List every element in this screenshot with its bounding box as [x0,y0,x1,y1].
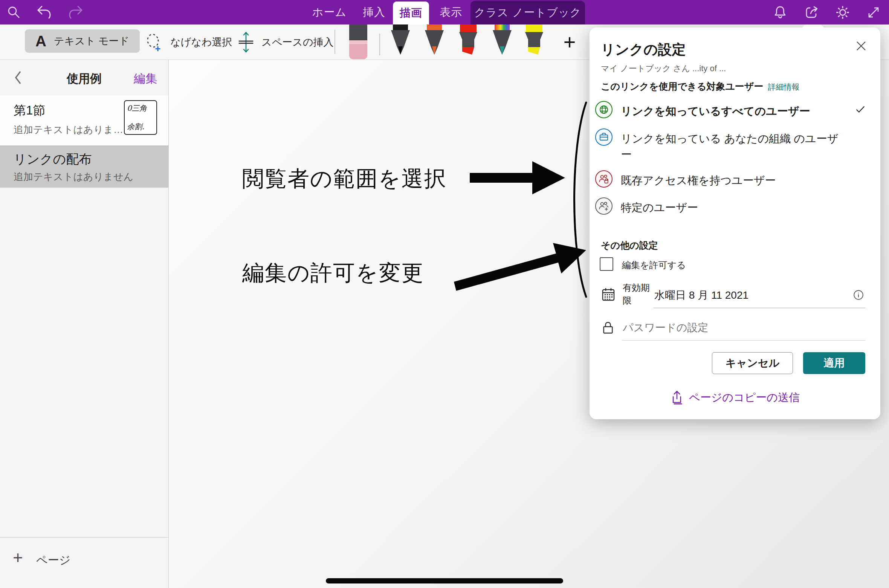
option-label: リンクを知っているすべてのユーザー [621,101,810,119]
page-subtitle: 追加テキストはありま… [14,123,123,136]
insert-space-icon [237,31,255,53]
info-icon[interactable] [852,289,865,301]
page-item-link-distribution[interactable]: リンクの配布 追加テキストはありません [0,145,168,188]
redo-icon[interactable] [67,4,84,21]
notifications-icon[interactable] [771,4,789,21]
other-settings-label: その他の設定 [601,239,658,252]
audience-label-text: このリンクを使用できる対象ユーザー [601,81,763,92]
page-thumbnail: 0三角 余割. [124,100,157,135]
page-title: リンクの配布 [14,151,92,168]
add-page-button[interactable]: + ページ [0,537,168,588]
toolbar-divider [335,30,335,54]
lock-icon [601,320,615,336]
people-add-icon [595,197,613,215]
edit-link[interactable]: 編集 [134,71,157,87]
black-pen-tool[interactable] [388,24,413,59]
allow-editing-checkbox[interactable] [600,257,613,271]
tab-home[interactable]: ホーム [310,0,349,24]
cancel-button[interactable]: キャンセル [712,352,793,374]
expiry-underline [654,308,865,308]
lasso-icon [143,31,164,53]
share-icon[interactable] [803,4,820,21]
thumb-text: 余割. [127,122,144,132]
page-title: 第1節 [14,102,45,119]
calendar-icon [600,286,617,303]
apply-button[interactable]: 適用 [803,352,865,374]
annotation-change-edit-permission: 編集の許可を変更 [242,258,424,288]
password-underline [622,340,865,341]
home-indicator[interactable] [326,578,563,583]
globe-icon [595,101,613,118]
page-list-sidebar: 使用例 編集 第1節 追加テキストはありま… 0三角 余割. リンクの配布 追加… [0,60,169,588]
audience-label: このリンクを使用できる対象ユーザー詳細情報 [601,80,799,93]
text-mode-label: テキスト モード [54,34,129,48]
galaxy-pen-tool[interactable] [490,24,515,59]
tab-insert[interactable]: 挿入 [357,0,391,24]
yellow-highlighter-tool[interactable] [522,24,547,59]
insert-space-label: スペースの挿入 [261,35,334,49]
top-app-bar: ホーム 挿入 描画 表示 クラス ノートブック [0,0,889,24]
add-pen-button[interactable]: + [558,27,581,56]
tab-view[interactable]: 表示 [434,0,468,24]
text-mode-letter: A [35,33,46,50]
add-page-label: ページ [36,553,70,568]
thumb-text: 0三角 [127,103,154,113]
option-people-with-access[interactable]: 既存アクセス権を持つユーザー [595,170,870,188]
text-mode-button[interactable]: A テキスト モード [25,29,140,53]
plus-icon: + [13,547,23,568]
option-people-in-org[interactable]: リンクを知っている あなたの組織 のユーザー [595,128,870,162]
option-label: リンクを知っている あなたの組織 のユーザー [621,128,839,162]
page-subtitle: 追加テキストはありません [14,170,133,183]
expiry-label: 有効期限 [623,281,658,307]
dialog-title: リンクの設定 [601,40,686,59]
page-item-section1[interactable]: 第1節 追加テキストはありま… 0三角 余割. [0,95,168,145]
notebook-breadcrumb: マイ ノートブック さん ...ity of ... [601,63,726,74]
people-lock-icon [595,170,613,188]
undo-icon[interactable] [35,4,53,21]
link-settings-dialog: リンクの設定 マイ ノートブック さん ...ity of ... このリンクを… [590,27,880,419]
close-icon[interactable] [855,40,869,54]
orange-pen-tool[interactable] [422,24,447,59]
send-page-copy-link[interactable]: ページのコピーの送信 [590,390,880,406]
search-icon[interactable] [5,4,23,21]
send-copy-icon [670,390,684,406]
annotation-select-viewer-range: 閲覧者の範囲を選択 [242,164,447,194]
details-link[interactable]: 詳細情報 [768,82,799,91]
toolbar-divider [379,34,380,55]
red-highlighter-tool[interactable] [456,24,481,59]
send-copy-label: ページのコピーの送信 [689,390,800,405]
insert-space-button[interactable]: スペースの挿入 [237,24,334,60]
option-specific-people[interactable]: 特定のユーザー [595,197,870,215]
checkmark-icon [855,101,866,115]
password-input[interactable] [622,321,834,334]
expiry-date-field[interactable]: 水曜日 8 月 11 2021 [654,288,748,302]
tab-draw[interactable]: 描画 [393,2,429,24]
option-label: 既存アクセス権を持つユーザー [621,170,776,188]
allow-editing-label: 編集を許可する [622,259,686,271]
fullscreen-icon[interactable] [865,4,882,21]
lasso-label: なげなわ選択 [170,35,232,49]
option-label: 特定のユーザー [621,197,698,215]
tab-class-notebook[interactable]: クラス ノートブック [470,1,585,24]
settings-icon[interactable] [834,4,851,21]
lasso-select-button[interactable]: なげなわ選択 [143,24,232,60]
option-anyone-with-link[interactable]: リンクを知っているすべてのユーザー [595,101,870,119]
sidebar-header: 使用例 編集 [0,60,168,96]
briefcase-icon [595,128,613,146]
onenote-app: 閲覧者の範囲を選択 編集の許可を変更 A テキスト モード なげなわ選択 [0,0,889,588]
eraser-tool[interactable] [347,24,369,60]
